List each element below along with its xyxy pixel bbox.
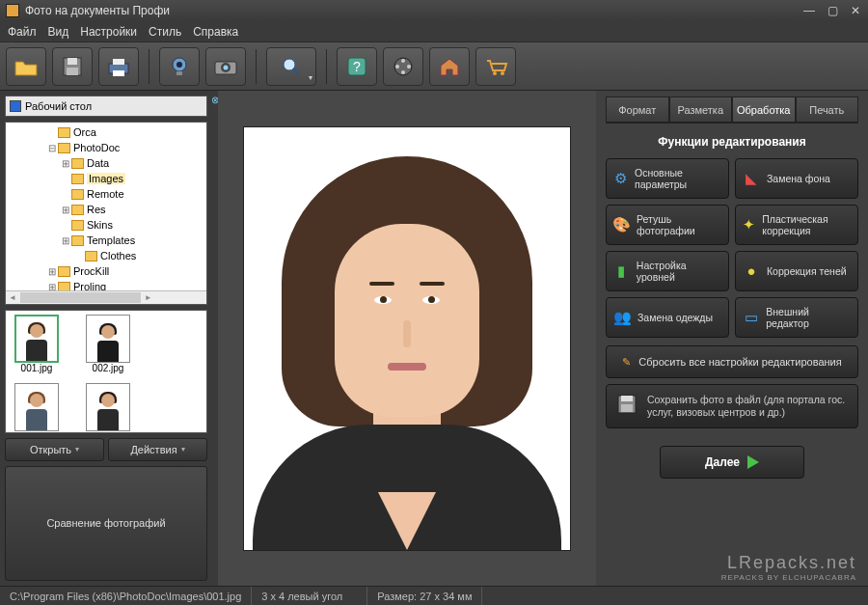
basic-icon: ⚙ — [612, 169, 629, 188]
retouch-icon: 🎨 — [612, 215, 631, 234]
toolbar: ▾ ? — [0, 42, 868, 91]
menu-view[interactable]: Вид — [48, 25, 69, 39]
menu-style[interactable]: Стиль — [149, 25, 181, 39]
folder-path[interactable]: Рабочий стол — [5, 96, 207, 117]
menu-settings[interactable]: Настройки — [80, 25, 137, 39]
status-format: 3 х 4 левый угол — [252, 587, 367, 605]
edit-plastic-button[interactable]: ✦Пластическая коррекция — [735, 205, 858, 245]
folder-tree[interactable]: Orca⊟PhotoDoc⊞DataImagesRemote⊞ResSkins⊞… — [5, 122, 207, 305]
levels-icon: ▮ — [612, 261, 631, 281]
status-size: Размер: 27 x 34 мм — [367, 587, 482, 605]
shadows-icon: ● — [742, 261, 761, 281]
svg-rect-24 — [621, 396, 633, 401]
thumbnail-6.jpg[interactable]: 6.jpg — [81, 383, 135, 433]
svg-line-13 — [293, 69, 299, 74]
tree-item-photodoc[interactable]: ⊟PhotoDoc — [6, 140, 206, 155]
tree-item-prockill[interactable]: ⊞ProcKill — [6, 263, 206, 279]
edit-basic-button[interactable]: ⚙Основные параметры — [606, 158, 729, 199]
thumbnail-grid: 001.jpg002.jpg003.jpg6.jpg9.jpg — [5, 310, 207, 433]
printer-icon[interactable] — [98, 47, 139, 86]
tab-processing[interactable]: Обработка — [732, 96, 796, 123]
compare-button-label: Сравнение фотографий — [46, 517, 165, 529]
save-to-file-label: Сохранить фото в файл (для портала гос. … — [647, 394, 848, 419]
edit-clothes-button[interactable]: 👥Замена одежды — [606, 297, 729, 338]
folder-open-icon[interactable] — [6, 47, 46, 86]
tab-bar: Формат Разметка Обработка Печать — [606, 96, 858, 124]
path-label: Рабочий стол — [25, 100, 92, 112]
next-button-label: Далее — [705, 455, 740, 469]
tab-layout[interactable]: Разметка — [669, 96, 733, 123]
window-title: Фото на документы Профи — [25, 4, 170, 17]
thumbnail-002.jpg[interactable]: 002.jpg — [81, 315, 135, 373]
film-reel-icon[interactable] — [383, 47, 423, 86]
svg-text:?: ? — [353, 59, 361, 74]
tree-item-data[interactable]: ⊞Data — [6, 155, 206, 171]
tree-item-images[interactable]: Images — [6, 171, 206, 186]
svg-rect-5 — [113, 70, 124, 76]
tree-item-orca[interactable]: Orca — [6, 124, 206, 140]
tree-item-clothes[interactable]: Clothes — [6, 248, 206, 263]
actions-button[interactable]: Действия▾ — [108, 438, 207, 461]
camera-icon[interactable] — [205, 47, 246, 86]
question-icon[interactable]: ? — [337, 47, 377, 86]
cart-icon[interactable] — [475, 47, 516, 86]
reset-button-label: Сбросить все настройки редактирования — [638, 356, 841, 368]
edit-external-button[interactable]: ▭Внешний редактор — [735, 297, 858, 338]
open-button-label: Открыть — [30, 444, 71, 455]
reset-button[interactable]: ✎ Сбросить все настройки редактирования — [606, 345, 858, 378]
svg-rect-1 — [68, 58, 77, 65]
plastic-icon: ✦ — [742, 215, 756, 234]
svg-rect-2 — [67, 68, 78, 75]
magnifier-icon[interactable]: ▾ — [266, 47, 316, 86]
save-to-file-button[interactable]: Сохранить фото в файл (для портала гос. … — [606, 384, 858, 428]
svg-point-7 — [176, 62, 182, 68]
compare-button[interactable]: Сравнение фотографий — [5, 466, 207, 582]
actions-button-label: Действия — [130, 444, 176, 455]
minimize-icon[interactable]: ― — [802, 4, 816, 17]
tab-format[interactable]: Формат — [606, 96, 669, 123]
floppy-icon[interactable] — [52, 47, 93, 86]
desktop-icon — [10, 100, 21, 112]
external-icon: ▭ — [742, 308, 760, 327]
edit-levels-button[interactable]: ▮Настройка уровней — [606, 251, 729, 291]
tree-item-templates[interactable]: ⊞Templates — [6, 233, 206, 248]
tab-print[interactable]: Печать — [796, 96, 859, 123]
webcam-icon[interactable] — [159, 47, 200, 86]
tree-item-skins[interactable]: Skins — [6, 217, 206, 233]
open-button[interactable]: Открыть▾ — [5, 438, 104, 461]
svg-point-17 — [401, 59, 405, 63]
title-bar: Фото на документы Профи ― ▢ ✕ — [0, 0, 868, 21]
svg-rect-25 — [621, 404, 633, 412]
photo-preview[interactable] — [243, 126, 571, 551]
tree-scrollbar[interactable] — [6, 290, 206, 304]
right-panel: Формат Разметка Обработка Печать Функции… — [596, 91, 868, 586]
tree-item-remote[interactable]: Remote — [6, 186, 206, 202]
thumbnail-001.jpg[interactable]: 001.jpg — [10, 315, 64, 373]
svg-point-22 — [501, 71, 504, 75]
home-icon[interactable] — [429, 47, 470, 86]
menu-bar: Файл Вид Настройки Стиль Справка — [0, 21, 868, 42]
svg-point-21 — [493, 71, 497, 75]
close-icon[interactable]: ✕ — [849, 4, 862, 17]
menu-help[interactable]: Справка — [193, 25, 238, 39]
floppy-icon — [616, 394, 637, 418]
menu-file[interactable]: Файл — [8, 25, 37, 39]
next-button[interactable]: Далее — [660, 446, 804, 479]
bg-icon: ◣ — [742, 169, 761, 188]
edit-bg-button[interactable]: ◣Замена фона — [735, 158, 858, 199]
svg-rect-8 — [176, 71, 182, 75]
clothes-icon: 👥 — [612, 308, 632, 327]
svg-rect-4 — [113, 59, 124, 65]
maximize-icon[interactable]: ▢ — [826, 4, 839, 17]
svg-point-20 — [407, 65, 411, 69]
edit-shadows-button[interactable]: ●Коррекция теней — [735, 251, 858, 291]
svg-point-18 — [401, 70, 405, 74]
photo-preview-area — [218, 91, 596, 586]
status-path: C:\Program Files (x86)\PhotoDoc\Images\0… — [0, 587, 252, 605]
edit-retouch-button[interactable]: 🎨Ретушь фотографии — [606, 205, 729, 245]
brush-icon: ✎ — [622, 356, 631, 369]
svg-point-19 — [395, 65, 399, 69]
panel-title: Функции редактирования — [606, 135, 858, 149]
tree-item-res[interactable]: ⊞Res — [6, 202, 206, 217]
thumbnail-003.jpg[interactable]: 003.jpg — [10, 383, 64, 433]
